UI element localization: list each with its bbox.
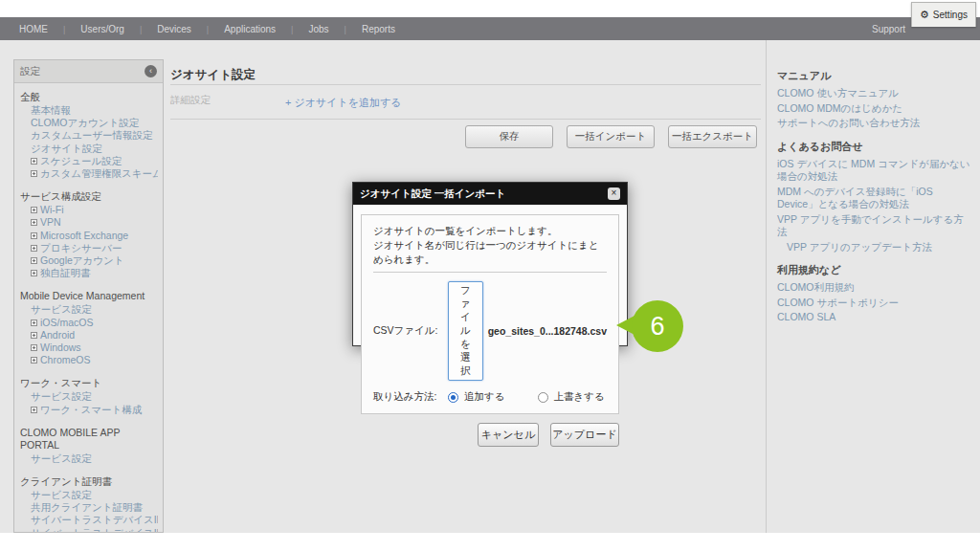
sidebar-item[interactable]: サービス設定 [20, 489, 158, 501]
sidebar-item[interactable]: サービス設定 [20, 303, 158, 316]
sidebar-section-header: ワーク・スマート [20, 377, 158, 389]
help-link[interactable]: CLOMO MDMのはじめかた [777, 102, 970, 116]
expand-icon[interactable] [31, 257, 37, 264]
sidebar-collapse-icon[interactable]: ‹ [145, 65, 157, 77]
sidebar-section-header: Mobile Device Management [20, 290, 158, 302]
sidebar-section-header: サービス構成設定 [20, 190, 158, 203]
sidebar-item[interactable]: iOS/macOS [20, 317, 158, 329]
sidebar-item[interactable]: サービス設定 [20, 390, 158, 403]
sidebar-item[interactable]: Windows [20, 342, 158, 354]
sidebar-tree: 全般基本情報CLOMOアカウント設定カスタムユーザー情報設定ジオサイト設定スケジ… [14, 83, 163, 533]
radio-selected-icon[interactable] [448, 392, 458, 403]
sidebar-header: 設定 ‹ [14, 60, 163, 83]
expand-icon[interactable] [31, 232, 37, 239]
sidebar-item[interactable]: CLOMOアカウント設定 [20, 117, 158, 129]
sidebar-item[interactable]: ワーク・スマート構成 [20, 404, 158, 416]
expand-icon[interactable] [31, 170, 37, 177]
bulk-import-button[interactable]: 一括インポート [567, 125, 655, 148]
expand-icon[interactable] [31, 245, 37, 252]
sidebar-item[interactable]: Microsoft Exchange [20, 230, 158, 242]
radio-unselected-icon[interactable] [538, 392, 548, 403]
sidebar-item[interactable]: ChromeOS [20, 354, 158, 366]
sidebar-item[interactable]: 独自証明書 [20, 267, 158, 279]
expand-icon[interactable] [31, 158, 37, 165]
nav-items: HOMEUsers/OrgDevicesApplicationsJobsRepo… [0, 24, 395, 34]
nav-support[interactable]: Support [872, 24, 905, 34]
selected-file-name: geo_sites_0...182748.csv [488, 325, 607, 337]
sidebar-section: ワーク・スマートサービス設定ワーク・スマート構成 [20, 377, 158, 415]
help-link[interactable]: MDM へのデバイス登録時に「iOS Device」となる場合の対処法 [777, 186, 970, 211]
step-badge: 6 [632, 300, 683, 352]
import-dialog: ジオサイト設定 一括インポート × ジオサイトの一覧をインポートします。 ジオサ… [352, 182, 628, 346]
help-link[interactable]: CLOMO SLA [777, 311, 970, 324]
sidebar-item[interactable]: ジオサイト設定 [20, 143, 158, 155]
sidebar-section: Mobile Device Managementサービス設定iOS/macOSA… [20, 290, 158, 366]
help-link[interactable]: VPP アプリのアップデート方法 [787, 241, 970, 254]
help-section-header: 利用規約など [777, 263, 970, 277]
help-sidebar: マニュアルCLOMO 使い方マニュアルCLOMO MDMのはじめかたサポートへの… [777, 69, 970, 326]
detail-settings-label: 詳細設定 [170, 94, 211, 107]
help-section-header: マニュアル [777, 69, 970, 83]
expand-icon[interactable] [31, 320, 37, 326]
sidebar-item[interactable]: サイバートラストデバイスIDクライ... [20, 527, 158, 533]
expand-icon[interactable] [31, 357, 37, 364]
add-geosite-link[interactable]: + ジオサイトを追加する [285, 96, 402, 110]
choose-file-button[interactable]: ファイルを選択 [448, 281, 483, 381]
close-icon[interactable]: × [608, 187, 620, 200]
radio-overwrite-label: 上書きする [554, 390, 605, 404]
radio-add-option[interactable]: 追加する [448, 390, 505, 404]
help-link[interactable]: CLOMO利用規約 [777, 281, 970, 295]
expand-icon[interactable] [31, 407, 37, 413]
help-section-header: よくあるお問合せ [777, 140, 970, 154]
sidebar-item[interactable]: カスタム管理権限スキーム設定 [20, 167, 158, 180]
save-button[interactable]: 保存 [465, 125, 553, 148]
sidebar-item[interactable]: 共用クライアント証明書 [20, 501, 158, 514]
upload-button[interactable]: アップロード [550, 423, 619, 447]
nav-item-devices[interactable]: Devices [124, 24, 191, 34]
help-section: マニュアルCLOMO 使い方マニュアルCLOMO MDMのはじめかたサポートへの… [777, 69, 970, 130]
help-section: よくあるお問合せiOS デバイスに MDM コマンドが届かない場合の対処法MDM… [777, 140, 970, 254]
nav-item-reports[interactable]: Reports [329, 24, 395, 34]
import-method-row: 取り込み方法: 追加する 上書きする [373, 390, 607, 404]
dialog-footer: キャンセル アップロード [361, 423, 619, 447]
sidebar-item[interactable]: プロキシサーバー [20, 242, 158, 254]
nav-item-home[interactable]: HOME [19, 24, 48, 34]
settings-sidebar: 設定 ‹ 全般基本情報CLOMOアカウント設定カスタムユーザー情報設定ジオサイト… [13, 59, 164, 533]
sidebar-item[interactable]: Android [20, 329, 158, 342]
dialog-description-1: ジオサイトの一覧をインポートします。 [373, 224, 607, 238]
expand-icon[interactable] [31, 332, 37, 339]
sidebar-item[interactable]: Wi-Fi [20, 204, 158, 216]
csv-file-row: CSVファイル: ファイルを選択 geo_sites_0...182748.cs… [373, 281, 607, 381]
nav-item-users-org[interactable]: Users/Org [48, 24, 124, 34]
help-link[interactable]: VPP アプリを手動でインストールする方法 [777, 213, 970, 239]
expand-icon[interactable] [31, 219, 37, 226]
sidebar-item[interactable]: 基本情報 [20, 104, 158, 117]
sidebar-item[interactable]: Googleアカウント [20, 254, 158, 267]
divider [373, 272, 607, 273]
help-link[interactable]: CLOMO 使い方マニュアル [777, 87, 970, 100]
expand-icon[interactable] [31, 270, 37, 276]
settings-label: Settings [933, 10, 968, 20]
sidebar-item[interactable]: カスタムユーザー情報設定 [20, 129, 158, 142]
dialog-title: ジオサイト設定 一括インポート [360, 187, 505, 201]
sidebar-section-header: クライアント証明書 [20, 475, 158, 488]
sidebar-section: サービス構成設定Wi-FiVPNMicrosoft Exchangeプロキシサー… [20, 190, 158, 279]
tab-settings[interactable]: ⚙ Settings [911, 2, 976, 27]
help-link[interactable]: CLOMO サポートポリシー [777, 297, 970, 310]
bulk-export-button[interactable]: 一括エクスポート [668, 125, 757, 148]
sidebar-item[interactable]: サイバートラストデバイスID(pilot)... [20, 514, 158, 526]
import-method-label: 取り込み方法: [373, 390, 448, 404]
sidebar-item[interactable]: スケジュール設定 [20, 155, 158, 167]
nav-item-applications[interactable]: Applications [191, 24, 276, 34]
expand-icon[interactable] [31, 207, 37, 213]
sidebar-item[interactable]: VPN [20, 216, 158, 229]
radio-overwrite-option[interactable]: 上書きする [538, 390, 605, 404]
expand-icon[interactable] [31, 344, 37, 351]
help-link[interactable]: iOS デバイスに MDM コマンドが届かない場合の対処法 [777, 158, 970, 184]
sidebar-title: 設定 [20, 65, 40, 78]
nav-item-jobs[interactable]: Jobs [276, 24, 328, 34]
sidebar-section-header: CLOMO MOBILE APP PORTAL [20, 427, 158, 452]
cancel-button[interactable]: キャンセル [478, 423, 539, 447]
sidebar-item[interactable]: サービス設定 [20, 452, 158, 465]
help-link[interactable]: サポートへのお問い合わせ方法 [777, 117, 970, 130]
